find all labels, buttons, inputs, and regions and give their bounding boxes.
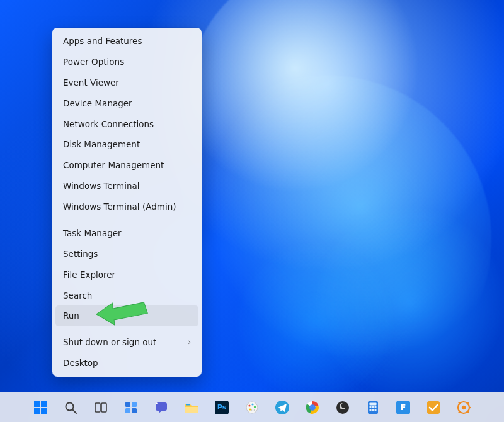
svg-rect-9 xyxy=(125,402,130,407)
menu-item-shut-down-or-sign-out[interactable]: Shut down or sign out › xyxy=(55,332,198,353)
svg-rect-30 xyxy=(370,402,377,405)
menu-item-label: Windows Terminal xyxy=(63,181,140,191)
task-view-icon xyxy=(93,400,108,415)
menu-item-device-manager[interactable]: Device Manager xyxy=(55,93,198,114)
menu-item-label: Run xyxy=(63,311,79,321)
taskbar-search-button[interactable] xyxy=(58,395,83,420)
menu-item-label: Windows Terminal (Admin) xyxy=(63,202,176,212)
svg-rect-33 xyxy=(375,406,377,408)
calculator-icon xyxy=(365,400,381,415)
svg-rect-10 xyxy=(132,402,137,407)
svg-point-22 xyxy=(251,409,255,411)
obs-icon xyxy=(335,400,350,415)
svg-rect-15 xyxy=(185,407,198,413)
svg-rect-4 xyxy=(41,408,47,414)
svg-rect-1 xyxy=(34,401,40,407)
taskbar-app-f-button[interactable]: F xyxy=(391,395,416,420)
menu-item-settings[interactable]: Settings xyxy=(55,244,198,265)
taskbar-widgets-button[interactable] xyxy=(118,395,144,420)
svg-line-6 xyxy=(72,409,76,413)
app-f-icon: F xyxy=(396,401,410,414)
svg-rect-34 xyxy=(370,409,372,411)
svg-rect-16 xyxy=(186,404,190,406)
menu-separator xyxy=(57,220,197,220)
svg-rect-32 xyxy=(372,406,374,408)
wallpaper-shape xyxy=(220,227,410,416)
menu-item-label: Shut down or sign out xyxy=(63,337,156,348)
menu-item-file-explorer[interactable]: File Explorer xyxy=(55,265,198,285)
taskbar-obs-button[interactable] xyxy=(330,395,355,420)
taskbar-telegram-button[interactable] xyxy=(270,395,295,420)
svg-rect-13 xyxy=(156,402,167,411)
taskbar-file-explorer-button[interactable] xyxy=(179,395,204,420)
svg-rect-36 xyxy=(375,409,377,411)
app-check-icon xyxy=(426,400,441,415)
taskbar-app-check-button[interactable] xyxy=(421,395,446,420)
menu-item-label: Computer Management xyxy=(63,160,164,171)
menu-item-run[interactable]: Run xyxy=(55,305,198,326)
menu-item-power-options[interactable]: Power Options xyxy=(55,52,198,72)
taskbar-calculator-button[interactable] xyxy=(360,395,386,420)
settings-gear-icon xyxy=(456,400,471,415)
menu-item-apps-and-features[interactable]: Apps and Features xyxy=(55,31,198,52)
chrome-icon xyxy=(305,400,320,415)
taskbar-start-button[interactable] xyxy=(28,395,53,420)
photoshop-icon: Ps xyxy=(215,401,229,414)
menu-item-label: File Explorer xyxy=(63,270,115,280)
menu-item-event-viewer[interactable]: Event Viewer xyxy=(55,72,198,93)
menu-item-label: Power Options xyxy=(63,57,124,67)
taskbar: Ps xyxy=(0,392,504,422)
taskbar-photoshop-button[interactable]: Ps xyxy=(209,395,234,420)
menu-separator xyxy=(57,329,197,329)
svg-rect-31 xyxy=(370,406,372,408)
svg-point-21 xyxy=(249,408,251,410)
taskbar-chat-button[interactable] xyxy=(149,395,174,420)
menu-item-label: Event Viewer xyxy=(63,77,119,88)
desktop: Apps and Features Power Options Event Vi… xyxy=(0,0,504,422)
menu-item-disk-management[interactable]: Disk Management xyxy=(55,134,198,155)
paint-icon xyxy=(244,400,260,415)
start-icon xyxy=(33,400,48,415)
menu-item-computer-management[interactable]: Computer Management xyxy=(55,155,198,176)
menu-item-windows-terminal-admin[interactable]: Windows Terminal (Admin) xyxy=(55,197,198,217)
svg-point-14 xyxy=(156,402,157,404)
svg-point-47 xyxy=(462,405,466,409)
menu-item-label: Desktop xyxy=(63,358,98,368)
svg-rect-8 xyxy=(101,403,106,412)
winx-context-menu: Apps and Features Power Options Event Vi… xyxy=(52,28,202,377)
telegram-icon xyxy=(275,400,290,415)
svg-rect-11 xyxy=(125,408,130,413)
menu-item-windows-terminal[interactable]: Windows Terminal xyxy=(55,176,198,197)
taskbar-paint-button[interactable] xyxy=(239,395,265,420)
svg-point-18 xyxy=(248,404,250,406)
taskbar-chrome-button[interactable] xyxy=(300,395,325,420)
svg-point-20 xyxy=(254,406,256,408)
menu-item-desktop[interactable]: Desktop xyxy=(55,353,198,374)
svg-rect-2 xyxy=(41,401,47,407)
menu-item-label: Apps and Features xyxy=(63,36,142,47)
menu-item-search[interactable]: Search xyxy=(55,285,198,306)
search-icon xyxy=(63,400,78,415)
taskbar-task-view-button[interactable] xyxy=(88,395,113,420)
chat-icon xyxy=(154,400,169,415)
widgets-icon xyxy=(123,400,139,415)
menu-item-label: Disk Management xyxy=(63,139,140,150)
svg-rect-3 xyxy=(34,408,40,414)
menu-item-label: Search xyxy=(63,290,92,301)
svg-rect-35 xyxy=(372,409,374,411)
taskbar-settings-button[interactable] xyxy=(451,395,476,420)
menu-item-network-connections[interactable]: Network Connections xyxy=(55,114,198,135)
file-explorer-icon xyxy=(184,400,199,415)
svg-point-27 xyxy=(311,406,314,409)
menu-item-task-manager[interactable]: Task Manager xyxy=(55,223,198,244)
svg-rect-7 xyxy=(95,403,100,412)
svg-point-19 xyxy=(251,403,253,405)
menu-item-label: Task Manager xyxy=(63,228,122,239)
chevron-right-icon: › xyxy=(188,338,191,347)
menu-item-label: Network Connections xyxy=(63,119,154,130)
menu-item-label: Settings xyxy=(63,249,98,259)
svg-rect-12 xyxy=(132,408,137,413)
menu-item-label: Device Manager xyxy=(63,98,132,109)
svg-point-17 xyxy=(246,402,258,413)
